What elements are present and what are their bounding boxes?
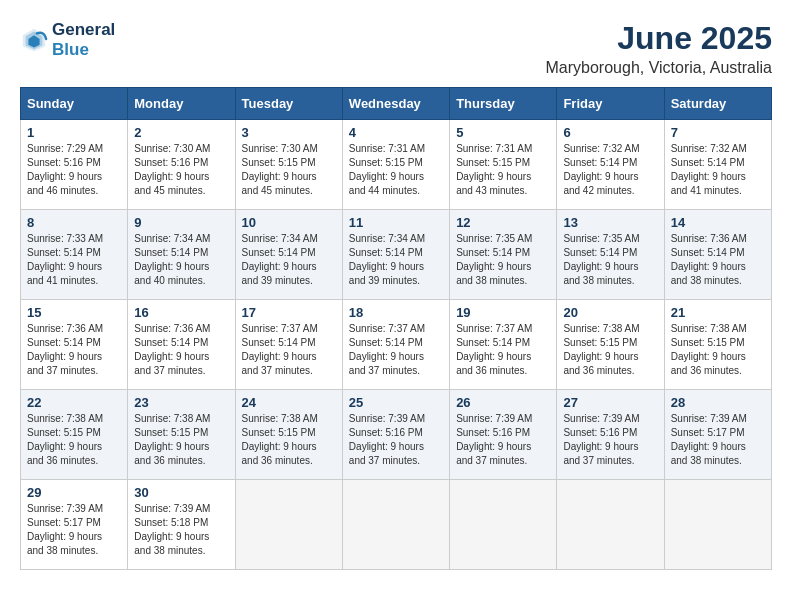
day-number: 22: [27, 395, 121, 410]
table-row: 10 Sunrise: 7:34 AM Sunset: 5:14 PM Dayl…: [235, 210, 342, 300]
day-content: Sunrise: 7:31 AM Sunset: 5:15 PM Dayligh…: [349, 142, 443, 198]
day-number: 1: [27, 125, 121, 140]
table-row: 14 Sunrise: 7:36 AM Sunset: 5:14 PM Dayl…: [664, 210, 771, 300]
table-row: 29 Sunrise: 7:39 AM Sunset: 5:17 PM Dayl…: [21, 480, 128, 570]
table-row: [450, 480, 557, 570]
table-row: 27 Sunrise: 7:39 AM Sunset: 5:16 PM Dayl…: [557, 390, 664, 480]
day-content: Sunrise: 7:30 AM Sunset: 5:16 PM Dayligh…: [134, 142, 228, 198]
logo: General Blue: [20, 20, 115, 59]
day-content: Sunrise: 7:37 AM Sunset: 5:14 PM Dayligh…: [349, 322, 443, 378]
table-row: 26 Sunrise: 7:39 AM Sunset: 5:16 PM Dayl…: [450, 390, 557, 480]
calendar-row: 1 Sunrise: 7:29 AM Sunset: 5:16 PM Dayli…: [21, 120, 772, 210]
day-number: 2: [134, 125, 228, 140]
day-content: Sunrise: 7:38 AM Sunset: 5:15 PM Dayligh…: [27, 412, 121, 468]
table-row: [664, 480, 771, 570]
day-content: Sunrise: 7:34 AM Sunset: 5:14 PM Dayligh…: [242, 232, 336, 288]
table-row: [557, 480, 664, 570]
day-number: 12: [456, 215, 550, 230]
day-number: 10: [242, 215, 336, 230]
day-content: Sunrise: 7:38 AM Sunset: 5:15 PM Dayligh…: [134, 412, 228, 468]
col-wednesday: Wednesday: [342, 88, 449, 120]
table-row: 7 Sunrise: 7:32 AM Sunset: 5:14 PM Dayli…: [664, 120, 771, 210]
table-row: 25 Sunrise: 7:39 AM Sunset: 5:16 PM Dayl…: [342, 390, 449, 480]
day-number: 16: [134, 305, 228, 320]
day-content: Sunrise: 7:38 AM Sunset: 5:15 PM Dayligh…: [563, 322, 657, 378]
day-content: Sunrise: 7:39 AM Sunset: 5:17 PM Dayligh…: [27, 502, 121, 558]
day-content: Sunrise: 7:37 AM Sunset: 5:14 PM Dayligh…: [456, 322, 550, 378]
day-number: 29: [27, 485, 121, 500]
calendar-row: 29 Sunrise: 7:39 AM Sunset: 5:17 PM Dayl…: [21, 480, 772, 570]
day-number: 21: [671, 305, 765, 320]
day-number: 9: [134, 215, 228, 230]
table-row: 8 Sunrise: 7:33 AM Sunset: 5:14 PM Dayli…: [21, 210, 128, 300]
table-row: 30 Sunrise: 7:39 AM Sunset: 5:18 PM Dayl…: [128, 480, 235, 570]
day-number: 13: [563, 215, 657, 230]
header-row: Sunday Monday Tuesday Wednesday Thursday…: [21, 88, 772, 120]
title-area: June 2025 Maryborough, Victoria, Austral…: [546, 20, 772, 77]
calendar-subtitle: Maryborough, Victoria, Australia: [546, 59, 772, 77]
day-number: 28: [671, 395, 765, 410]
day-content: Sunrise: 7:38 AM Sunset: 5:15 PM Dayligh…: [242, 412, 336, 468]
day-number: 26: [456, 395, 550, 410]
day-content: Sunrise: 7:35 AM Sunset: 5:14 PM Dayligh…: [456, 232, 550, 288]
col-saturday: Saturday: [664, 88, 771, 120]
day-content: Sunrise: 7:38 AM Sunset: 5:15 PM Dayligh…: [671, 322, 765, 378]
table-row: 6 Sunrise: 7:32 AM Sunset: 5:14 PM Dayli…: [557, 120, 664, 210]
day-content: Sunrise: 7:39 AM Sunset: 5:16 PM Dayligh…: [563, 412, 657, 468]
day-number: 15: [27, 305, 121, 320]
table-row: 16 Sunrise: 7:36 AM Sunset: 5:14 PM Dayl…: [128, 300, 235, 390]
day-number: 19: [456, 305, 550, 320]
table-row: 19 Sunrise: 7:37 AM Sunset: 5:14 PM Dayl…: [450, 300, 557, 390]
day-number: 25: [349, 395, 443, 410]
calendar-table: Sunday Monday Tuesday Wednesday Thursday…: [20, 87, 772, 570]
table-row: 4 Sunrise: 7:31 AM Sunset: 5:15 PM Dayli…: [342, 120, 449, 210]
day-content: Sunrise: 7:31 AM Sunset: 5:15 PM Dayligh…: [456, 142, 550, 198]
calendar-row: 8 Sunrise: 7:33 AM Sunset: 5:14 PM Dayli…: [21, 210, 772, 300]
logo-text: General Blue: [52, 20, 115, 59]
day-number: 5: [456, 125, 550, 140]
day-number: 6: [563, 125, 657, 140]
col-thursday: Thursday: [450, 88, 557, 120]
table-row: 15 Sunrise: 7:36 AM Sunset: 5:14 PM Dayl…: [21, 300, 128, 390]
day-number: 14: [671, 215, 765, 230]
calendar-row: 22 Sunrise: 7:38 AM Sunset: 5:15 PM Dayl…: [21, 390, 772, 480]
logo-icon: [20, 26, 48, 54]
day-content: Sunrise: 7:30 AM Sunset: 5:15 PM Dayligh…: [242, 142, 336, 198]
table-row: 21 Sunrise: 7:38 AM Sunset: 5:15 PM Dayl…: [664, 300, 771, 390]
day-content: Sunrise: 7:32 AM Sunset: 5:14 PM Dayligh…: [671, 142, 765, 198]
day-content: Sunrise: 7:34 AM Sunset: 5:14 PM Dayligh…: [349, 232, 443, 288]
calendar-title: June 2025: [546, 20, 772, 57]
table-row: 1 Sunrise: 7:29 AM Sunset: 5:16 PM Dayli…: [21, 120, 128, 210]
day-content: Sunrise: 7:35 AM Sunset: 5:14 PM Dayligh…: [563, 232, 657, 288]
table-row: 5 Sunrise: 7:31 AM Sunset: 5:15 PM Dayli…: [450, 120, 557, 210]
col-tuesday: Tuesday: [235, 88, 342, 120]
table-row: [235, 480, 342, 570]
day-content: Sunrise: 7:37 AM Sunset: 5:14 PM Dayligh…: [242, 322, 336, 378]
day-content: Sunrise: 7:39 AM Sunset: 5:16 PM Dayligh…: [349, 412, 443, 468]
col-sunday: Sunday: [21, 88, 128, 120]
header: General Blue June 2025 Maryborough, Vict…: [20, 20, 772, 77]
day-number: 11: [349, 215, 443, 230]
table-row: 12 Sunrise: 7:35 AM Sunset: 5:14 PM Dayl…: [450, 210, 557, 300]
day-number: 24: [242, 395, 336, 410]
day-number: 27: [563, 395, 657, 410]
table-row: 24 Sunrise: 7:38 AM Sunset: 5:15 PM Dayl…: [235, 390, 342, 480]
day-number: 23: [134, 395, 228, 410]
day-number: 18: [349, 305, 443, 320]
day-content: Sunrise: 7:33 AM Sunset: 5:14 PM Dayligh…: [27, 232, 121, 288]
calendar-row: 15 Sunrise: 7:36 AM Sunset: 5:14 PM Dayl…: [21, 300, 772, 390]
day-number: 17: [242, 305, 336, 320]
day-number: 3: [242, 125, 336, 140]
table-row: [342, 480, 449, 570]
day-content: Sunrise: 7:39 AM Sunset: 5:17 PM Dayligh…: [671, 412, 765, 468]
table-row: 13 Sunrise: 7:35 AM Sunset: 5:14 PM Dayl…: [557, 210, 664, 300]
day-number: 20: [563, 305, 657, 320]
day-content: Sunrise: 7:36 AM Sunset: 5:14 PM Dayligh…: [134, 322, 228, 378]
table-row: 22 Sunrise: 7:38 AM Sunset: 5:15 PM Dayl…: [21, 390, 128, 480]
day-content: Sunrise: 7:39 AM Sunset: 5:16 PM Dayligh…: [456, 412, 550, 468]
table-row: 23 Sunrise: 7:38 AM Sunset: 5:15 PM Dayl…: [128, 390, 235, 480]
table-row: 11 Sunrise: 7:34 AM Sunset: 5:14 PM Dayl…: [342, 210, 449, 300]
day-number: 7: [671, 125, 765, 140]
table-row: 3 Sunrise: 7:30 AM Sunset: 5:15 PM Dayli…: [235, 120, 342, 210]
table-row: 28 Sunrise: 7:39 AM Sunset: 5:17 PM Dayl…: [664, 390, 771, 480]
